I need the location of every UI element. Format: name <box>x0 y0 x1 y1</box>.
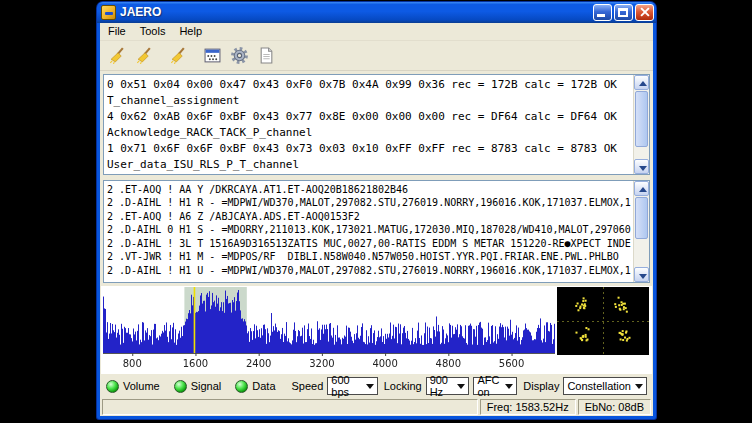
chevron-down-icon <box>635 384 643 389</box>
console-line: 2 .D-AIHL ! 3L T 1516A9D316513ZATIS MUC,… <box>107 237 631 251</box>
window-title: JAERO <box>120 5 589 19</box>
chevron-down-icon <box>366 384 374 389</box>
data-led-icon <box>235 380 248 393</box>
statusbar: Freq: 1583.52Hz EbNo: 08dB <box>100 398 653 416</box>
message-console-scrollbar[interactable] <box>633 181 649 283</box>
log-file-button[interactable] <box>253 42 279 68</box>
gear-icon <box>230 46 249 65</box>
toolbar-separator <box>158 43 164 68</box>
titlebar[interactable]: JAERO <box>97 2 656 23</box>
data-bits-window-button[interactable] <box>199 42 225 68</box>
app-icon <box>101 5 116 20</box>
console-line: 2 .ET-AOQ ! AA Y /DKRCAYA.AT1.ET-AOQ20B1… <box>107 183 631 197</box>
status-freq: Freq: 1583.52Hz <box>480 399 576 415</box>
menubar: File Tools Help <box>100 23 653 41</box>
console-line: 2 .D-AIHL ! H1 R - =MDPWI/WD370,MALOT,29… <box>107 196 631 210</box>
volume-label: Volume <box>123 380 160 392</box>
message-console-text: 2 .ET-AOQ ! AA Y /DKRCAYA.AT1.ET-AOQ20B1… <box>107 183 631 282</box>
data-indicator: Data <box>235 380 275 393</box>
window-body: File Tools Help <box>100 23 653 416</box>
controls-bar: Volume Signal Data Speed 600 bps Locking <box>100 374 653 398</box>
console-line: Acknowledge_RACK_TACK_P_channel <box>107 125 631 141</box>
scroll-down-button[interactable] <box>634 159 649 174</box>
volume-led-icon <box>106 380 119 393</box>
minimize-button[interactable] <box>593 4 612 21</box>
scroll-down-button[interactable] <box>634 267 649 282</box>
signal-label: Signal <box>191 380 222 392</box>
hex-console[interactable]: 0 0x51 0x04 0x00 0x47 0x43 0xF0 0x7B 0x4… <box>103 74 650 175</box>
console-line: 2 .ET-AOQ ! A6 Z /ABJCAYA.ADS.ET-AOQ0153… <box>107 210 631 224</box>
clear-all-button[interactable] <box>165 42 191 68</box>
signal-indicator: Signal <box>174 380 222 393</box>
console-line: 2 .D-AIHL 0 H1 S - =MDORRY,211013.KOK,17… <box>107 223 631 237</box>
locking-select[interactable]: 900 Hz <box>426 377 470 395</box>
spectrum-display[interactable] <box>103 287 555 373</box>
data-label: Data <box>252 380 275 392</box>
locking-value: 900 Hz <box>430 374 454 398</box>
console-line: 1 0x71 0x6F 0x6F 0xBF 0x43 0x73 0x03 0x1… <box>107 141 631 157</box>
jaero-window: JAERO File Tools Help <box>97 2 656 419</box>
toolbar-separator <box>192 43 198 68</box>
speed-select[interactable]: 600 bps <box>327 377 377 395</box>
broom-icon <box>170 47 187 64</box>
broom-icon <box>136 47 153 64</box>
clear-hex-console-button[interactable] <box>104 42 130 68</box>
spectrum-section <box>101 286 652 374</box>
console-line: 0 0x51 0x04 0x00 0x47 0x43 0xF0 0x7B 0x4… <box>107 77 631 93</box>
toolbar <box>100 41 653 71</box>
close-button[interactable] <box>635 4 654 21</box>
maximize-button[interactable] <box>614 4 633 21</box>
bits-window-icon <box>204 47 221 64</box>
scrollbar-thumb[interactable] <box>635 91 648 147</box>
console-line: T_channel_assignment <box>107 93 631 109</box>
hex-console-scrollbar[interactable] <box>633 75 649 174</box>
clear-message-console-button[interactable] <box>131 42 157 68</box>
scroll-up-button[interactable] <box>634 75 649 90</box>
desktop-background: JAERO File Tools Help <box>0 0 752 423</box>
signal-led-icon <box>174 380 187 393</box>
status-empty-panel <box>102 399 478 415</box>
locking-label: Locking <box>384 380 422 392</box>
chevron-down-icon <box>457 384 465 389</box>
chevron-down-icon <box>505 384 513 389</box>
console-line: 2 .D-AIHL ! H1 U - =MDPWI/WD370,MALOT,29… <box>107 264 631 278</box>
document-icon <box>258 47 275 64</box>
display-label: Display <box>523 380 559 392</box>
broom-icon <box>109 47 126 64</box>
menu-tools[interactable]: Tools <box>133 23 173 39</box>
status-ebno: EbNo: 08dB <box>578 399 651 415</box>
menu-help[interactable]: Help <box>172 23 209 39</box>
constellation-display <box>557 287 649 355</box>
console-line: 4 0x62 0xAB 0x6F 0xBF 0x43 0x77 0x8E 0x0… <box>107 109 631 125</box>
settings-button[interactable] <box>226 42 252 68</box>
console-line: 2 .VT-JWR ! H1 M - =MDPOS/RF DIBLI.N58W0… <box>107 250 631 264</box>
speed-value: 600 bps <box>331 374 361 398</box>
display-select[interactable]: Constellation <box>563 377 647 395</box>
maximize-icon <box>618 8 628 17</box>
speed-label: Speed <box>292 380 324 392</box>
minimize-icon <box>597 14 605 17</box>
menu-file[interactable]: File <box>101 23 133 39</box>
afc-value: AFC on <box>477 374 501 398</box>
volume-indicator: Volume <box>106 380 160 393</box>
scroll-up-button[interactable] <box>634 181 649 196</box>
console-line: User_data_ISU_RLS_P_T_channel <box>107 157 631 173</box>
hex-console-text: 0 0x51 0x04 0x00 0x47 0x43 0xF0 0x7B 0x4… <box>107 77 631 173</box>
window-buttons <box>593 4 654 21</box>
display-value: Constellation <box>567 380 631 392</box>
message-console[interactable]: 2 .ET-AOQ ! AA Y /DKRCAYA.AT1.ET-AOQ20B1… <box>103 180 650 284</box>
scrollbar-thumb[interactable] <box>635 197 648 239</box>
afc-select[interactable]: AFC on <box>473 377 517 395</box>
